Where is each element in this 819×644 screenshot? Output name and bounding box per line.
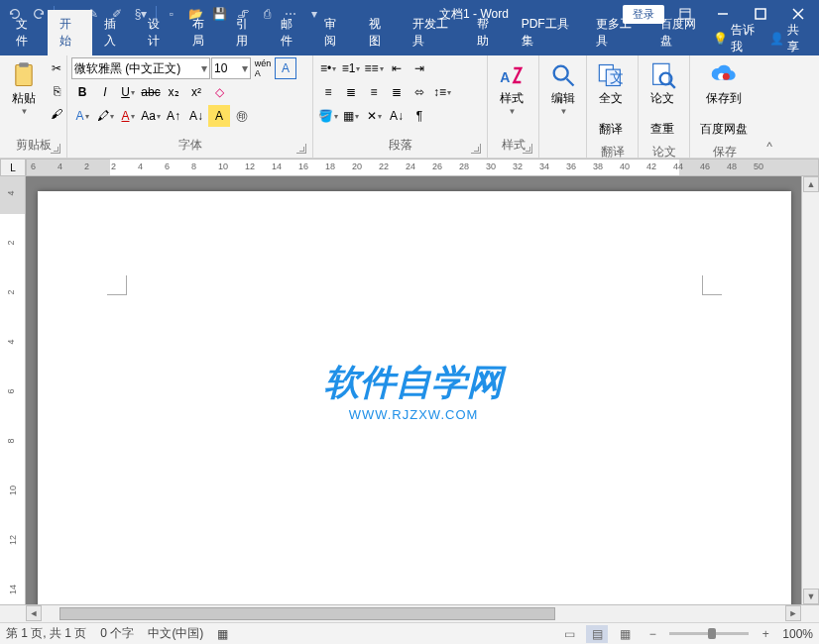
horizontal-scrollbar-row: ◄ ► <box>0 604 819 622</box>
zoom-level[interactable]: 100% <box>782 627 813 641</box>
scroll-up-icon[interactable]: ▲ <box>803 176 819 192</box>
superscript-icon[interactable]: x² <box>185 81 207 103</box>
font-dialog-launcher[interactable] <box>296 144 306 154</box>
read-mode-icon[interactable]: ▭ <box>558 625 580 643</box>
shading-icon[interactable]: 🪣▾ <box>317 105 339 127</box>
zoom-slider[interactable] <box>669 632 749 635</box>
vertical-scrollbar[interactable]: ▲ ▼ <box>801 176 819 604</box>
align-left-icon[interactable]: ≡ <box>317 81 339 103</box>
char-shading-icon[interactable]: A <box>208 105 230 127</box>
italic-icon[interactable]: I <box>94 81 116 103</box>
tab-4[interactable]: 布局 <box>180 10 224 55</box>
tab-7[interactable]: 审阅 <box>312 10 356 55</box>
sort-icon[interactable]: A↓ <box>386 105 408 127</box>
copy-icon[interactable]: ⎘ <box>46 80 67 102</box>
borders-icon[interactable]: ▦▾ <box>340 105 362 127</box>
paste-button[interactable]: 粘贴▼ <box>4 57 44 121</box>
svg-line-16 <box>670 83 675 88</box>
editing-button[interactable]: 编辑▼ <box>543 57 583 121</box>
tab-12[interactable]: 更多工具 <box>584 10 648 55</box>
scroll-right-icon[interactable]: ► <box>785 605 801 621</box>
vruler-tick: 4 <box>6 339 16 344</box>
zoom-in-icon[interactable]: + <box>755 625 776 643</box>
tab-6[interactable]: 邮件 <box>269 10 312 55</box>
zoom-out-icon[interactable]: − <box>642 625 663 643</box>
tellme-button[interactable]: 💡告诉我 <box>713 22 761 55</box>
line-spacing-icon[interactable]: ↕≡▾ <box>431 81 453 103</box>
decrease-indent-icon[interactable]: ⇤ <box>386 57 408 79</box>
subscript-icon[interactable]: x₂ <box>163 81 184 103</box>
multilevel-icon[interactable]: ≡≡▾ <box>363 57 385 79</box>
strikethrough-icon[interactable]: abc <box>140 81 162 103</box>
font-group-label: 字体 <box>178 138 202 152</box>
ruler-corner[interactable]: L <box>0 159 26 176</box>
collapse-ribbon-icon[interactable]: ^ <box>766 140 772 154</box>
distribute-icon[interactable]: ⬄ <box>409 81 430 103</box>
scroll-down-icon[interactable]: ▼ <box>803 589 819 604</box>
highlight-icon[interactable]: 🖍▾ <box>94 105 116 127</box>
web-layout-icon[interactable]: ▦ <box>614 625 636 643</box>
save-cloud-button[interactable]: 保存到百度网盘 <box>694 57 754 142</box>
enclose-char-icon[interactable]: ㊞ <box>231 105 253 127</box>
scroll-left-icon[interactable]: ◄ <box>26 605 42 621</box>
font-size-input[interactable]: 10▾ <box>211 57 251 79</box>
show-marks-icon[interactable]: ¶ <box>409 105 430 127</box>
share-button[interactable]: 👤共享 <box>769 22 807 55</box>
font-color-icon[interactable]: A▾ <box>117 105 139 127</box>
hscroll-thumb[interactable] <box>59 607 555 620</box>
status-language[interactable]: 中文(中国) <box>148 625 203 642</box>
cut-icon[interactable]: ✂ <box>46 57 67 79</box>
bold-icon[interactable]: B <box>71 81 93 103</box>
print-layout-icon[interactable]: ▤ <box>586 625 608 643</box>
tab-3[interactable]: 设计 <box>136 10 179 55</box>
phonetic-guide-icon[interactable]: wénA <box>252 57 274 79</box>
tab-8[interactable]: 视图 <box>357 10 401 55</box>
char-border-icon[interactable]: A <box>275 57 296 79</box>
horizontal-scrollbar[interactable] <box>59 605 767 622</box>
vruler-tick: 14 <box>8 585 18 594</box>
hruler-tick: 26 <box>432 161 442 171</box>
svg-text:文: 文 <box>610 69 624 85</box>
page[interactable] <box>38 191 791 604</box>
status-page[interactable]: 第 1 页, 共 1 页 <box>6 625 86 642</box>
zoom-thumb[interactable] <box>708 628 716 639</box>
align-center-icon[interactable]: ≣ <box>340 81 362 103</box>
tab-9[interactable]: 开发工具 <box>401 10 465 55</box>
format-painter-icon[interactable]: 🖌 <box>46 103 67 125</box>
underline-icon[interactable]: U▾ <box>117 81 139 103</box>
tab-11[interactable]: PDF工具集 <box>510 10 584 55</box>
align-right-icon[interactable]: ≡ <box>363 81 385 103</box>
styles-button[interactable]: A 样式▼ <box>492 57 531 121</box>
document-viewport[interactable]: 软件自学网 WWW.RJZXW.COM <box>26 176 801 604</box>
asian-layout-icon[interactable]: ✕▾ <box>363 105 385 127</box>
grow-font-icon[interactable]: A↑ <box>163 105 184 127</box>
tab-13[interactable]: 百度网盘 <box>648 10 713 55</box>
tab-1[interactable]: 开始 <box>48 10 91 55</box>
status-macro-icon[interactable]: ▦ <box>217 627 228 641</box>
hruler-tick: 8 <box>191 161 196 171</box>
horizontal-ruler[interactable]: 6422468101214161820222426283032343638404… <box>26 159 819 176</box>
tab-5[interactable]: 引用 <box>224 10 268 55</box>
vruler-tick: 8 <box>6 438 16 443</box>
paragraph-dialog-launcher[interactable] <box>471 144 481 154</box>
ribbon-tabs: 文件开始插入设计布局引用邮件审阅视图开发工具帮助PDF工具集更多工具百度网盘 💡… <box>0 28 819 55</box>
increase-indent-icon[interactable]: ⇥ <box>409 57 430 79</box>
tab-2[interactable]: 插入 <box>92 10 136 55</box>
clipboard-dialog-launcher[interactable] <box>51 144 60 154</box>
vertical-ruler[interactable]: 422468101214 <box>0 176 26 604</box>
change-case-icon[interactable]: Aa▾ <box>140 105 162 127</box>
justify-icon[interactable]: ≣ <box>386 81 408 103</box>
thesis-check-button[interactable]: 论文查重 <box>643 57 682 142</box>
clear-format-icon[interactable]: ◇ <box>208 81 230 103</box>
numbering-icon[interactable]: ≡1▾ <box>340 57 362 79</box>
bullets-icon[interactable]: ≡•▾ <box>317 57 339 79</box>
text-effects-icon[interactable]: A▾ <box>71 105 93 127</box>
styles-dialog-launcher[interactable] <box>523 144 532 154</box>
tab-0[interactable]: 文件 <box>4 10 48 55</box>
tellme-label: 告诉我 <box>731 22 761 55</box>
status-words[interactable]: 0 个字 <box>100 625 134 642</box>
shrink-font-icon[interactable]: A↓ <box>185 105 207 127</box>
translate-button[interactable]: 文 全文翻译 <box>591 57 631 142</box>
tab-10[interactable]: 帮助 <box>465 10 509 55</box>
font-name-input[interactable]: 微软雅黑 (中文正文)▾ <box>71 57 210 79</box>
